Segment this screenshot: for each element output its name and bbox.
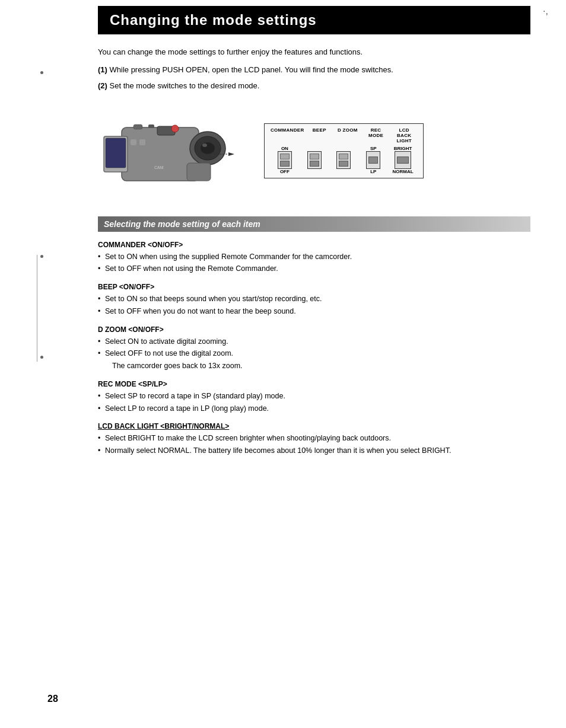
svg-rect-2	[106, 138, 126, 168]
lcdback-title: LCD BACK LIGHT <BRIGHT/NORMAL>	[98, 422, 530, 430]
lcdback-section: LCD BACK LIGHT <BRIGHT/NORMAL> Select BR…	[98, 422, 530, 456]
recmode-title: REC MODE <SP/LP>	[98, 380, 530, 388]
svg-rect-15	[139, 139, 145, 145]
recmode-lp-label: LP	[370, 169, 376, 174]
commander-title: COMMANDER <ON/OFF>	[98, 241, 530, 249]
recmode-bullet-2: Select LP to record a tape in LP (long p…	[98, 403, 530, 414]
step-2: (2) Set the mode switches to the desired…	[98, 80, 530, 92]
commander-off-label: OFF	[280, 169, 290, 174]
recmode-section: REC MODE <SP/LP> Select SP to record a t…	[98, 380, 530, 414]
svg-point-11	[171, 125, 179, 132]
lcd-normal-label: NORMAL	[393, 169, 414, 174]
dzoom-section: D ZOOM <ON/OFF> Select ON to activate di…	[98, 325, 530, 372]
mode-panel-headers: COMMANDER BEEP D ZOOM REC MODE LCD BACK …	[271, 127, 417, 143]
svg-text:CAM: CAM	[154, 165, 164, 170]
header-recmode: REC MODE	[363, 127, 389, 143]
margin-dot-1	[40, 71, 43, 74]
section-header-text: Selecting the mode setting of each item	[104, 219, 260, 229]
svg-rect-14	[131, 139, 136, 145]
recmode-switch	[366, 151, 380, 169]
margin-dot-2	[40, 255, 43, 258]
beep-section: BEEP <ON/OFF> Set to ON so that beeps so…	[98, 283, 530, 317]
lcd-bright-label: BRIGHT	[394, 146, 412, 151]
beep-bullet-2: Set to OFF when you do not want to hear …	[98, 306, 530, 317]
margin-dot-3	[40, 356, 43, 359]
lcdback-bullet-1: Select BRIGHT to make the LCD screen bri…	[98, 433, 530, 444]
dzoom-switch	[336, 151, 351, 169]
mode-switches-row: ON OFF	[271, 146, 417, 174]
mode-switch-panel: COMMANDER BEEP D ZOOM REC MODE LCD BACK …	[264, 123, 424, 178]
svg-point-5	[201, 142, 215, 154]
beep-title: BEEP <ON/OFF>	[98, 283, 530, 291]
svg-rect-9	[148, 124, 154, 128]
dzoom-bullet-2: Select OFF to not use the digital zoom.	[98, 348, 530, 359]
commander-on-label: ON	[281, 146, 288, 151]
intro-text: You can change the mode settings to furt…	[98, 46, 530, 58]
step-1-label: (1)	[98, 65, 107, 74]
dzoom-title: D ZOOM <ON/OFF>	[98, 325, 530, 334]
content-area: Changing the mode settings You can chang…	[98, 0, 530, 456]
recmode-bullet-1: Select SP to record a tape in SP (standa…	[98, 391, 530, 402]
header-commander: COMMANDER	[271, 127, 304, 143]
page-title: Changing the mode settings	[110, 12, 519, 28]
header-dzoom: D ZOOM	[335, 127, 361, 143]
page-number: 28	[47, 694, 58, 704]
commander-bullet-2: Set to OFF when not using the Remote Com…	[98, 263, 530, 274]
svg-point-6	[202, 143, 207, 147]
lcdback-bullet-2: Normally select NORMAL. The battery life…	[98, 445, 530, 456]
left-margin	[36, 0, 47, 728]
beep-switch	[307, 151, 322, 169]
commander-section: COMMANDER <ON/OFF> Set to ON when using …	[98, 241, 530, 275]
svg-marker-13	[228, 152, 234, 156]
dzoom-sub-1: The camcorder goes back to 13x zoom.	[98, 360, 530, 372]
dzoom-bullet-1: Select ON to activate digital zooming.	[98, 336, 530, 347]
title-banner: Changing the mode settings	[98, 6, 530, 34]
corner-decoration: ·,	[543, 6, 548, 17]
lcd-switch	[395, 151, 411, 169]
commander-switch	[278, 151, 292, 169]
svg-rect-8	[133, 124, 142, 129]
camcorder-image: CAM	[98, 104, 252, 199]
section-header: Selecting the mode setting of each item	[98, 216, 530, 232]
image-area: CAM COMMANDER BEEP D ZOOM REC MODE LCD B…	[98, 104, 530, 199]
step-1: (1) While pressing PUSH OPEN, open the L…	[98, 64, 530, 76]
step-2-label: (2)	[98, 81, 107, 90]
margin-line-1	[37, 255, 37, 362]
commander-bullet-1: Set to ON when using the supplied Remote…	[98, 251, 530, 263]
header-beep: BEEP	[306, 127, 332, 143]
step-1-text: While pressing PUSH OPEN, open the LCD p…	[110, 65, 393, 74]
page-container: ·, Changing the mode settings You can ch…	[0, 0, 566, 728]
beep-bullet-1: Set to ON so that beeps sound when you s…	[98, 293, 530, 305]
header-lcdback: LCD BACK LIGHT	[391, 127, 417, 143]
step-2-text: Set the mode switches to the desired mod…	[110, 81, 260, 90]
svg-rect-7	[187, 163, 211, 181]
recmode-sp-label: SP	[370, 146, 377, 151]
